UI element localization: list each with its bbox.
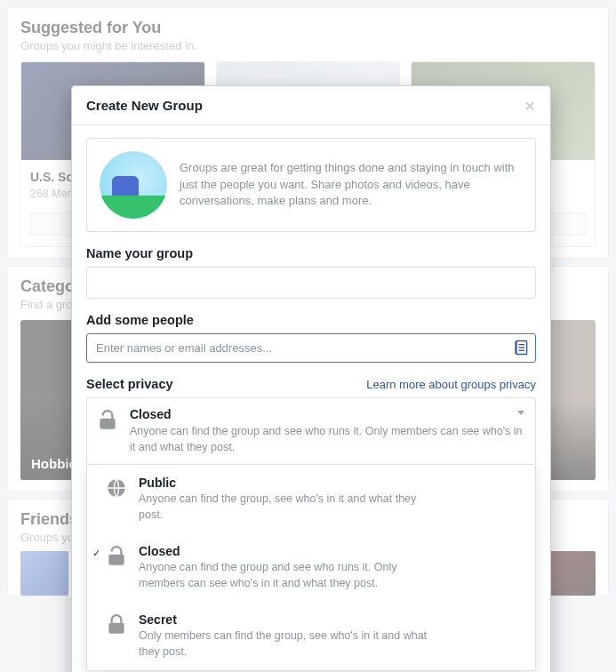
option-title: Secret [139,612,441,627]
privacy-dropdown: Public Anyone can find the group, see wh… [86,465,536,671]
modal-header: Create New Group × [72,86,550,125]
chevron-down-icon [517,411,524,415]
privacy-select[interactable]: Closed Anyone can find the group and see… [86,397,536,465]
selected-privacy-title: Closed [130,407,524,421]
lock-open-icon [105,545,128,568]
privacy-option-public[interactable]: Public Anyone can find the group, see wh… [87,465,535,533]
svg-rect-5 [100,419,115,429]
learn-more-link[interactable]: Learn more about groups privacy [366,378,536,391]
group-name-input[interactable] [86,267,536,299]
add-people-input[interactable] [86,333,536,363]
contacts-icon[interactable] [512,339,530,356]
option-desc: Anyone can find the group and see who ru… [139,560,441,591]
privacy-option-closed[interactable]: ✓ Closed Anyone can find the group and s… [87,533,535,602]
selected-privacy-desc: Anyone can find the group and see who ru… [130,424,524,455]
check-icon: ✓ [92,548,100,559]
privacy-option-secret[interactable]: Secret Only members can find the group, … [87,602,535,670]
globe-icon [105,476,128,500]
option-title: Public [139,476,441,490]
people-label: Add some people [86,313,536,327]
svg-rect-7 [108,555,124,565]
intro-box: Groups are great for getting things done… [86,138,536,232]
create-group-modal: Create New Group × Groups are great for … [71,85,551,672]
intro-illustration [100,151,167,219]
modal-title: Create New Group [86,98,203,113]
lock-open-icon [96,409,119,432]
option-desc: Only members can find the group, see who… [139,628,441,660]
option-desc: Anyone can find the group, see who's in … [139,492,441,523]
intro-text: Groups are great for getting things done… [180,160,523,211]
privacy-label: Select privacy [86,377,173,391]
name-label: Name your group [86,246,536,260]
option-title: Closed [139,544,441,558]
svg-rect-8 [108,623,124,634]
lock-icon [105,613,128,636]
close-icon[interactable]: × [524,100,536,112]
